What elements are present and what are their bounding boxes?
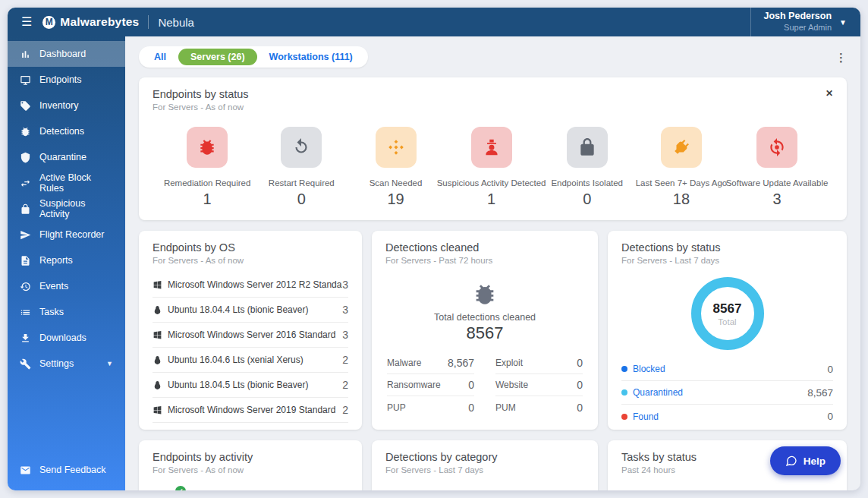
help-label: Help (804, 455, 826, 467)
os-count: 3 (342, 304, 348, 316)
stat-row: PUM 0 (495, 396, 583, 418)
windows-icon (153, 330, 162, 340)
sidebar-spacer (8, 377, 125, 457)
lock-icon (577, 137, 597, 157)
os-count: 2 (342, 429, 348, 430)
sidebar-item-tasks[interactable]: Tasks (8, 299, 125, 325)
card-endpoints-by-activity: Endpoints by activity For Servers - As o… (139, 440, 362, 490)
category-row-malware[interactable]: Malware 8,567 (372, 479, 598, 490)
envelope-icon (20, 465, 31, 476)
sidebar-item-downloads[interactable]: Downloads (8, 325, 125, 351)
card-detections-by-category: Detections by category For Servers - Las… (372, 440, 598, 490)
sidebar-item-settings[interactable]: Settings ▼ (8, 351, 125, 377)
legend-label[interactable]: Blocked (633, 364, 827, 374)
stat-row: Malware 8,567 (387, 352, 474, 374)
tab-all[interactable]: All (142, 49, 178, 65)
hamburger-menu-icon[interactable]: ☰ (21, 16, 32, 28)
os-row[interactable]: Debian Gnu/linux 8 (jessie) 2 (153, 423, 348, 430)
tile-label: Suspicious Activity Detected (437, 178, 546, 188)
tile-value: 18 (673, 191, 690, 208)
sidebar-item-suspicious-activity[interactable]: Suspicious Activity (8, 196, 125, 222)
sidebar-item-endpoints[interactable]: Endpoints (8, 67, 125, 93)
stat-label: Ransomware (387, 380, 441, 390)
card-detections-by-status: Detections by status For Servers - Last … (608, 231, 847, 430)
card-title: Detections cleaned (385, 241, 584, 254)
os-name: Ubuntu 16.04.6 Lts (xenial Xerus) (168, 355, 342, 365)
os-row[interactable]: Ubuntu 18.04.4 Lts (bionic Beaver) 3 (153, 298, 348, 323)
os-name: Microsoft Windows Server 2016 Standard (168, 329, 342, 340)
tile-label: Endpoints Isolated (551, 178, 623, 188)
user-menu[interactable]: Josh Pederson Super Admin ▼ (750, 8, 847, 36)
stat-label: PUP (387, 402, 406, 413)
sidebar-item-flight-recorder[interactable]: Flight Recorder (8, 222, 125, 247)
sidebar-item-inventory[interactable]: Inventory (8, 93, 125, 118)
card-subtitle: For Servers - As of now (153, 256, 348, 265)
sidebar-item-label: Flight Recorder (39, 229, 104, 240)
sidebar-item-label: Downloads (39, 333, 86, 343)
sidebar-item-active-block-rules[interactable]: Active Block Rules (8, 170, 125, 196)
donut-chart: 8567 Total (691, 277, 764, 350)
stat-value: 0 (468, 379, 474, 391)
sidebar-item-dashboard[interactable]: Dashboard (8, 41, 125, 67)
os-name: Microsoft Windows Server 2019 Standard (168, 405, 342, 415)
help-button[interactable]: Help (770, 446, 841, 475)
stat-label: Malware (387, 358, 421, 368)
tile-suspicious-activity-detected[interactable]: Suspicious Activity Detected 1 (443, 127, 540, 208)
os-name: Ubuntu 18.04.5 Lts (bionic Beaver) (168, 380, 342, 390)
category-value: 8,567 (557, 490, 583, 490)
card-subtitle: For Servers - Last 7 days (385, 465, 584, 474)
legend-row-quarantined[interactable]: Quarantined 8,567 (621, 381, 833, 405)
card-subtitle: For Servers - Last 7 days (621, 256, 833, 265)
sidebar-item-reports[interactable]: Reports (8, 247, 125, 273)
linux-icon (153, 305, 162, 315)
os-row[interactable]: Ubuntu 18.04.5 Lts (bionic Beaver) 2 (153, 373, 348, 398)
legend-row-blocked[interactable]: Blocked 0 (621, 358, 833, 381)
scan-target-icon (386, 137, 406, 157)
user-block[interactable]: Josh Pederson Super Admin (763, 11, 832, 33)
detection-type-stats: Malware 8,567 Ransomware 0 PUP 0 (372, 343, 598, 418)
close-icon[interactable]: ✕ (826, 88, 833, 99)
tile-value: 1 (487, 191, 495, 208)
tile-remediation-required[interactable]: Remediation Required 1 (160, 127, 254, 208)
document-icon (20, 255, 31, 266)
os-row[interactable]: Microsoft Windows Server 2012 R2 Standar… (153, 273, 348, 298)
stat-value: 0 (468, 402, 474, 414)
sidebar-item-label: Send Feedback (39, 465, 106, 475)
status-tiles: Remediation Required 1 Restart Required … (139, 116, 847, 208)
card-detections-cleaned: Detections cleaned For Servers - Past 72… (372, 231, 598, 430)
os-row[interactable]: Microsoft Windows Server 2019 Standard 2 (153, 398, 348, 423)
chevron-down-icon[interactable]: ▼ (839, 18, 847, 27)
tile-label: Scan Needed (370, 178, 423, 188)
sidebar-item-label: Active Block Rules (39, 172, 113, 194)
tile-value: 0 (297, 191, 306, 208)
sidebar-item-events[interactable]: Events (8, 273, 125, 299)
tile-last-seen-7-days[interactable]: Last Seen 7+ Days Ago 18 (634, 127, 728, 208)
user-name: Josh Pederson (763, 11, 832, 23)
app-window: ☰ M Malwarebytes Nebula Josh Pederson Su… (8, 8, 860, 490)
category-label[interactable]: Malware (387, 490, 421, 491)
donut-total: 8567 (713, 301, 742, 317)
tile-restart-required[interactable]: Restart Required 0 (254, 127, 348, 208)
os-count: 2 (342, 354, 348, 366)
sidebar-item-detections[interactable]: Detections (8, 118, 125, 144)
tile-software-update-available[interactable]: Software Update Available 3 (728, 127, 826, 208)
stat-value: 8,567 (448, 357, 474, 369)
legend-row-found[interactable]: Found 0 (621, 405, 833, 428)
tile-scan-needed[interactable]: Scan Needed 19 (348, 127, 442, 208)
legend-value: 0 (827, 411, 833, 422)
legend-label[interactable]: Quarantined (633, 387, 807, 398)
os-row[interactable]: Microsoft Windows Server 2016 Standard 3 (153, 323, 348, 348)
tab-servers[interactable]: Servers (26) (178, 49, 257, 65)
monitor-check-icon: ✓ (154, 490, 184, 490)
product-name: Nebula (158, 16, 194, 29)
os-row[interactable]: Ubuntu 16.04.6 Lts (xenial Xerus) 2 (153, 348, 348, 373)
sidebar-item-quarantine[interactable]: Quarantine (8, 144, 125, 170)
os-count: 3 (342, 329, 348, 341)
tab-workstations[interactable]: Workstations (111) (257, 49, 365, 65)
kebab-menu-icon[interactable]: ⋮ (835, 54, 847, 61)
os-list: Microsoft Windows Server 2012 R2 Standar… (139, 269, 362, 430)
tile-endpoints-isolated[interactable]: Endpoints Isolated 0 (540, 127, 634, 208)
sidebar-item-send-feedback[interactable]: Send Feedback (8, 457, 125, 483)
card-title: Detections by category (385, 451, 584, 463)
legend-label[interactable]: Found (633, 411, 827, 422)
